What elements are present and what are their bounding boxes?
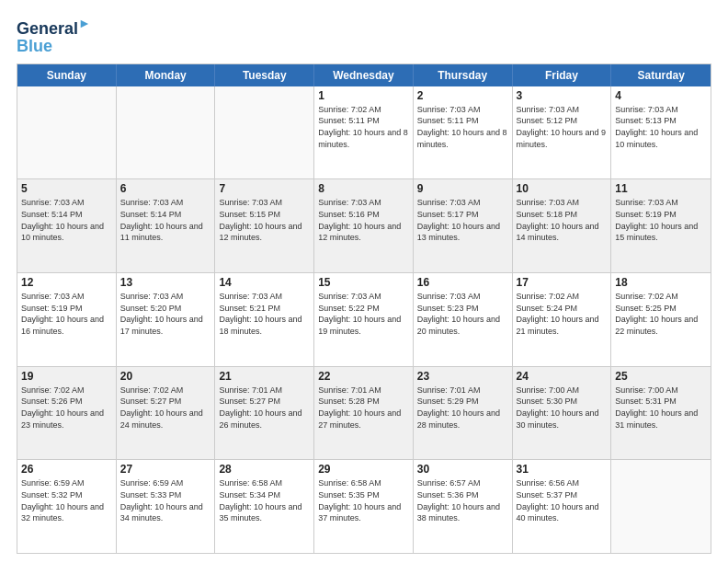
day-info: Sunrise: 7:03 AM Sunset: 5:14 PM Dayligh… <box>120 197 211 243</box>
day-info: Sunrise: 7:03 AM Sunset: 5:21 PM Dayligh… <box>219 291 310 337</box>
day-cell-20: 20Sunrise: 7:02 AM Sunset: 5:27 PM Dayli… <box>117 367 216 460</box>
day-info: Sunrise: 7:01 AM Sunset: 5:27 PM Dayligh… <box>219 385 310 431</box>
day-cell-1: 1Sunrise: 7:02 AM Sunset: 5:11 PM Daylig… <box>314 86 414 179</box>
day-cell-2: 2Sunrise: 7:03 AM Sunset: 5:11 PM Daylig… <box>414 86 513 179</box>
weekday-header-friday: Friday <box>513 64 612 86</box>
day-number: 30 <box>417 463 508 476</box>
day-number: 16 <box>417 276 508 289</box>
calendar-row-1: 1Sunrise: 7:02 AM Sunset: 5:11 PM Daylig… <box>17 86 711 179</box>
day-number: 27 <box>120 463 211 476</box>
weekday-header-thursday: Thursday <box>414 64 513 86</box>
calendar-row-4: 19Sunrise: 7:02 AM Sunset: 5:26 PM Dayli… <box>17 366 711 460</box>
day-cell-17: 17Sunrise: 7:02 AM Sunset: 5:24 PM Dayli… <box>513 273 612 366</box>
day-info: Sunrise: 7:03 AM Sunset: 5:16 PM Dayligh… <box>318 197 409 243</box>
day-info: Sunrise: 7:02 AM Sunset: 5:24 PM Dayligh… <box>517 291 608 337</box>
day-info: Sunrise: 6:59 AM Sunset: 5:33 PM Dayligh… <box>120 477 211 523</box>
day-number: 21 <box>219 370 310 383</box>
day-cell-28: 28Sunrise: 6:58 AM Sunset: 5:34 PM Dayli… <box>215 460 314 553</box>
day-info: Sunrise: 7:03 AM Sunset: 5:17 PM Dayligh… <box>417 197 508 243</box>
day-info: Sunrise: 7:01 AM Sunset: 5:29 PM Dayligh… <box>417 385 508 431</box>
day-cell-10: 10Sunrise: 7:03 AM Sunset: 5:18 PM Dayli… <box>513 179 612 272</box>
day-cell-11: 11Sunrise: 7:03 AM Sunset: 5:19 PM Dayli… <box>611 179 711 272</box>
day-number: 9 <box>417 182 508 195</box>
empty-cell <box>17 86 117 179</box>
calendar-row-3: 12Sunrise: 7:03 AM Sunset: 5:19 PM Dayli… <box>17 272 711 366</box>
day-number: 15 <box>318 276 409 289</box>
weekday-header-sunday: Sunday <box>17 64 117 86</box>
calendar: SundayMondayTuesdayWednesdayThursdayFrid… <box>17 63 711 554</box>
calendar-page: General► Blue SundayMondayTuesdayWednesd… <box>0 0 728 563</box>
day-cell-30: 30Sunrise: 6:57 AM Sunset: 5:36 PM Dayli… <box>414 460 513 553</box>
calendar-header: SundayMondayTuesdayWednesdayThursdayFrid… <box>17 64 711 86</box>
day-info: Sunrise: 7:03 AM Sunset: 5:13 PM Dayligh… <box>615 104 707 150</box>
day-info: Sunrise: 7:03 AM Sunset: 5:19 PM Dayligh… <box>615 197 707 243</box>
day-cell-16: 16Sunrise: 7:03 AM Sunset: 5:23 PM Dayli… <box>414 273 513 366</box>
day-cell-8: 8Sunrise: 7:03 AM Sunset: 5:16 PM Daylig… <box>314 179 414 272</box>
day-number: 17 <box>517 276 608 289</box>
day-info: Sunrise: 7:03 AM Sunset: 5:12 PM Dayligh… <box>517 104 608 150</box>
day-cell-6: 6Sunrise: 7:03 AM Sunset: 5:14 PM Daylig… <box>117 179 216 272</box>
day-number: 4 <box>615 89 707 102</box>
day-number: 12 <box>21 276 112 289</box>
empty-cell <box>215 86 314 179</box>
day-number: 23 <box>417 370 508 383</box>
day-info: Sunrise: 7:00 AM Sunset: 5:30 PM Dayligh… <box>517 385 608 431</box>
day-info: Sunrise: 7:03 AM Sunset: 5:23 PM Dayligh… <box>417 291 508 337</box>
day-cell-7: 7Sunrise: 7:03 AM Sunset: 5:15 PM Daylig… <box>215 179 314 272</box>
day-number: 6 <box>120 182 211 195</box>
day-info: Sunrise: 7:02 AM Sunset: 5:25 PM Dayligh… <box>615 291 707 337</box>
day-number: 10 <box>517 182 608 195</box>
weekday-header-tuesday: Tuesday <box>215 64 314 86</box>
day-cell-25: 25Sunrise: 7:00 AM Sunset: 5:31 PM Dayli… <box>611 367 711 460</box>
day-number: 13 <box>120 276 211 289</box>
day-number: 8 <box>318 182 409 195</box>
calendar-row-5: 26Sunrise: 6:59 AM Sunset: 5:32 PM Dayli… <box>17 459 711 553</box>
day-cell-27: 27Sunrise: 6:59 AM Sunset: 5:33 PM Dayli… <box>117 460 216 553</box>
day-cell-15: 15Sunrise: 7:03 AM Sunset: 5:22 PM Dayli… <box>314 273 414 366</box>
day-number: 7 <box>219 182 310 195</box>
day-info: Sunrise: 7:03 AM Sunset: 5:15 PM Dayligh… <box>219 197 310 243</box>
day-info: Sunrise: 7:00 AM Sunset: 5:31 PM Dayligh… <box>615 385 707 431</box>
day-info: Sunrise: 7:03 AM Sunset: 5:11 PM Dayligh… <box>417 104 508 150</box>
day-cell-21: 21Sunrise: 7:01 AM Sunset: 5:27 PM Dayli… <box>215 367 314 460</box>
logo: General► Blue <box>17 17 91 56</box>
empty-cell <box>117 86 216 179</box>
day-cell-4: 4Sunrise: 7:03 AM Sunset: 5:13 PM Daylig… <box>611 86 711 179</box>
day-info: Sunrise: 7:03 AM Sunset: 5:14 PM Dayligh… <box>21 197 112 243</box>
day-info: Sunrise: 7:02 AM Sunset: 5:27 PM Dayligh… <box>120 385 211 431</box>
day-cell-19: 19Sunrise: 7:02 AM Sunset: 5:26 PM Dayli… <box>17 367 117 460</box>
day-number: 20 <box>120 370 211 383</box>
weekday-header-wednesday: Wednesday <box>314 64 414 86</box>
day-number: 3 <box>517 89 608 102</box>
day-cell-23: 23Sunrise: 7:01 AM Sunset: 5:29 PM Dayli… <box>414 367 513 460</box>
day-info: Sunrise: 7:03 AM Sunset: 5:18 PM Dayligh… <box>517 197 608 243</box>
day-cell-12: 12Sunrise: 7:03 AM Sunset: 5:19 PM Dayli… <box>17 273 117 366</box>
day-cell-13: 13Sunrise: 7:03 AM Sunset: 5:20 PM Dayli… <box>117 273 216 366</box>
day-cell-26: 26Sunrise: 6:59 AM Sunset: 5:32 PM Dayli… <box>17 460 117 553</box>
day-number: 14 <box>219 276 310 289</box>
day-number: 28 <box>219 463 310 476</box>
day-cell-14: 14Sunrise: 7:03 AM Sunset: 5:21 PM Dayli… <box>215 273 314 366</box>
day-info: Sunrise: 7:03 AM Sunset: 5:20 PM Dayligh… <box>120 291 211 337</box>
calendar-row-2: 5Sunrise: 7:03 AM Sunset: 5:14 PM Daylig… <box>17 178 711 272</box>
day-info: Sunrise: 7:03 AM Sunset: 5:22 PM Dayligh… <box>318 291 409 337</box>
day-cell-18: 18Sunrise: 7:02 AM Sunset: 5:25 PM Dayli… <box>611 273 711 366</box>
day-cell-29: 29Sunrise: 6:58 AM Sunset: 5:35 PM Dayli… <box>314 460 414 553</box>
day-number: 2 <box>417 89 508 102</box>
header: General► Blue <box>17 17 711 56</box>
day-info: Sunrise: 6:56 AM Sunset: 5:37 PM Dayligh… <box>517 477 608 523</box>
day-cell-5: 5Sunrise: 7:03 AM Sunset: 5:14 PM Daylig… <box>17 179 117 272</box>
day-cell-22: 22Sunrise: 7:01 AM Sunset: 5:28 PM Dayli… <box>314 367 414 460</box>
logo-general: General <box>17 19 78 38</box>
day-info: Sunrise: 6:58 AM Sunset: 5:35 PM Dayligh… <box>318 477 409 523</box>
day-cell-31: 31Sunrise: 6:56 AM Sunset: 5:37 PM Dayli… <box>513 460 612 553</box>
weekday-header-saturday: Saturday <box>611 64 711 86</box>
day-info: Sunrise: 7:03 AM Sunset: 5:19 PM Dayligh… <box>21 291 112 337</box>
day-number: 19 <box>21 370 112 383</box>
day-cell-9: 9Sunrise: 7:03 AM Sunset: 5:17 PM Daylig… <box>414 179 513 272</box>
day-number: 22 <box>318 370 409 383</box>
day-number: 26 <box>21 463 112 476</box>
day-number: 29 <box>318 463 409 476</box>
empty-cell <box>611 460 711 553</box>
day-number: 18 <box>615 276 707 289</box>
